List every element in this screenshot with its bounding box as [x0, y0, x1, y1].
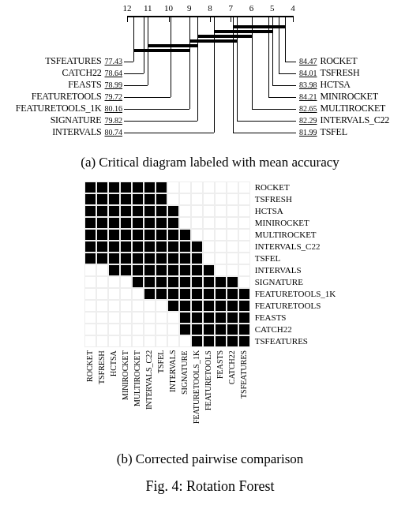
heatmap-cell [120, 324, 132, 335]
lead-line [171, 16, 171, 97]
heatmap-cell [227, 217, 238, 229]
heatmap-cell [179, 312, 191, 324]
heatmap-cell [120, 241, 132, 253]
method-entry-right: 82.65MULTIROCKET [299, 103, 385, 114]
heatmap-cell [227, 205, 238, 217]
heatmap-cell [191, 300, 203, 312]
heatmap-cell [84, 276, 96, 288]
heatmap-cell [156, 276, 167, 288]
axis-tick [169, 16, 170, 22]
heatmap-cell [108, 276, 120, 288]
heatmap-cell [120, 205, 132, 217]
heatmap-cell [167, 324, 179, 335]
method-entry-left: FEATURETOOLS_1K80.16 [16, 103, 122, 114]
heatmap-row-label: TSFEL [250, 253, 280, 264]
spacer [249, 350, 336, 445]
heatmap-row-label: ROCKET [250, 182, 290, 193]
heatmap-cell [108, 182, 120, 193]
heatmap-cell [132, 264, 144, 276]
heatmap-row: CATCH22 [84, 324, 336, 335]
method-label: SIGNATURE [51, 114, 102, 126]
heatmap-cell [108, 241, 120, 253]
heatmap-cell [215, 182, 227, 193]
lead-line [279, 73, 296, 74]
heatmap-cell [144, 276, 156, 288]
heatmap-col-label: FEATURETOOLS_1K [190, 350, 202, 445]
heatmap-cell [120, 276, 132, 288]
heatmap-cell [238, 229, 250, 241]
method-value: 84.47 [299, 57, 317, 66]
heatmap-cell [96, 300, 108, 312]
heatmap-cell [191, 335, 203, 347]
lead-line [144, 16, 144, 73]
heatmap-cell [108, 217, 120, 229]
lead-line [272, 16, 273, 85]
lead-line [252, 16, 253, 109]
heatmap-cell [238, 205, 250, 217]
heatmap-cell [238, 241, 250, 253]
lead-line [268, 16, 269, 97]
heatmap-cell [144, 264, 156, 276]
heatmap-cell [120, 193, 132, 205]
heatmap-row-label: TSFRESH [250, 193, 292, 205]
heatmap-col-label: MULTIROCKET [131, 350, 143, 445]
heatmap-col-label: TSFEATURES [238, 350, 249, 445]
method-value: 80.16 [105, 104, 123, 113]
heatmap-cell [156, 288, 167, 300]
heatmap-cell [215, 276, 227, 288]
heatmap-row-label: FEASTS [250, 312, 287, 324]
lead-line [124, 62, 133, 62]
heatmap-cell [203, 182, 215, 193]
heatmap-cell [215, 193, 227, 205]
heatmap-cell [238, 324, 250, 335]
heatmap-cell [132, 300, 144, 312]
lead-line [279, 16, 279, 73]
heatmap-cell [238, 276, 250, 288]
caption-a: (a) Critical diagram labeled with mean a… [0, 155, 420, 170]
clique-bar [214, 30, 272, 33]
heatmap-cell [132, 241, 144, 253]
lead-line [133, 16, 134, 62]
heatmap-cell [96, 241, 108, 253]
heatmap-cell [96, 288, 108, 300]
method-value: 83.98 [299, 80, 317, 89]
heatmap-cell [191, 288, 203, 300]
heatmap-cell [191, 229, 203, 241]
axis-tick [231, 16, 231, 22]
heatmap-cell [191, 312, 203, 324]
method-label: FEATURETOOLS [32, 91, 102, 103]
heatmap-cell [179, 241, 191, 253]
heatmap-cell [191, 182, 203, 193]
heatmap-cell [179, 193, 191, 205]
heatmap-row-label: TSFEATURES [250, 335, 308, 347]
lead-line [124, 109, 189, 110]
heatmap-cell [144, 193, 156, 205]
heatmap-cell [238, 312, 250, 324]
heatmap-cell [156, 193, 167, 205]
heatmap-cell [96, 205, 108, 217]
heatmap-row-label: FEATURETOOLS [250, 300, 321, 312]
lead-line [124, 121, 197, 122]
heatmap-cell [120, 300, 132, 312]
heatmap-cell [191, 324, 203, 335]
method-entry-left: TSFEATURES77.43 [45, 55, 122, 67]
heatmap-cell [144, 253, 156, 264]
heatmap-cell [96, 264, 108, 276]
heatmap-col-label: HCTSA [107, 350, 119, 445]
heatmap-cell [84, 229, 96, 241]
heatmap-row-label: FEATURETOOLS_1K [250, 288, 336, 300]
heatmap-col-label: FEASTS [214, 350, 226, 445]
method-entry-right: 83.98HCTSA [299, 79, 351, 91]
heatmap-row-label: MULTIROCKET [250, 229, 317, 241]
heatmap-cell [167, 229, 179, 241]
lead-line [214, 16, 215, 133]
heatmap-cell [132, 182, 144, 193]
heatmap-cell [84, 324, 96, 335]
axis-tick-label: 12 [123, 3, 132, 13]
heatmap-cell [132, 253, 144, 264]
heatmap-cell [238, 253, 250, 264]
axis-tick-label: 6 [249, 3, 254, 13]
method-label: ROCKET [321, 55, 358, 67]
heatmap-cell [108, 253, 120, 264]
heatmap-cell [191, 241, 203, 253]
